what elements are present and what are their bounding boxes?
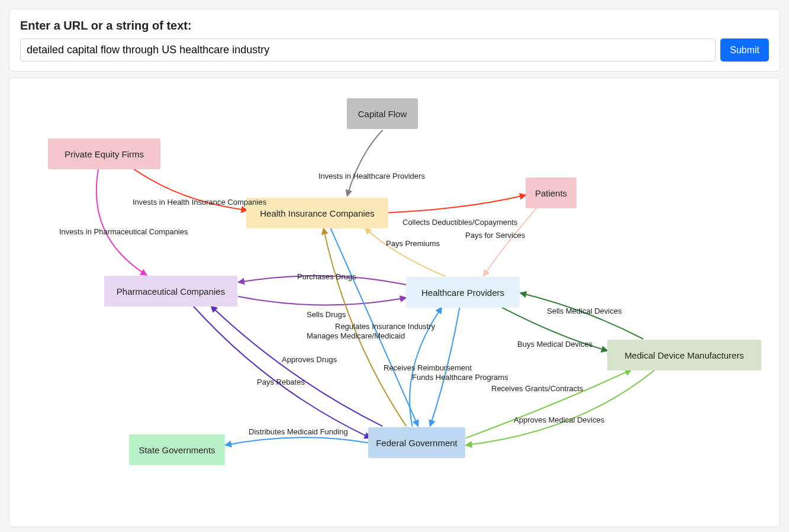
edge-label-approves: Approves Drugs	[282, 355, 337, 364]
node-state-gov[interactable]: State Governments	[129, 434, 225, 465]
edge-label-buys_dev: Buys Medical Devices	[517, 340, 592, 349]
edge-label-sells_drugs: Sells Drugs	[307, 310, 346, 319]
node-health-insurance[interactable]: Health Insurance Companies	[246, 198, 388, 228]
edge-pays_services	[484, 208, 537, 276]
input-card: Enter a URL or a string of text: Submit	[9, 9, 780, 72]
submit-button[interactable]: Submit	[720, 38, 769, 62]
edge-label-rebates: Pays Rebates	[257, 378, 305, 386]
edge-label-funds_hp: Funds Healthcare Programs	[412, 373, 508, 382]
edge-label-pays_services: Pays for Services	[465, 231, 525, 240]
edge-label-medicaid_mg: Manages Medicare/Medicaid	[307, 331, 405, 340]
edge-premiums	[365, 228, 445, 276]
edge-reimburse	[410, 307, 442, 426]
edge-grants	[466, 370, 632, 439]
prompt-label: Enter a URL or a string of text:	[20, 19, 769, 33]
edge-label-reimburse: Receives Reimbursement	[384, 363, 472, 372]
node-medical-device[interactable]: Medical Device Manufacturers	[607, 340, 761, 370]
input-row: Submit	[20, 38, 769, 62]
edge-label-premiums: Pays Premiums	[386, 239, 440, 248]
text-input[interactable]	[20, 38, 716, 62]
edge-label-grants: Receives Grants/Contracts	[491, 384, 583, 393]
diagram-canvas: Capital FlowPrivate Equity FirmsPatients…	[15, 84, 774, 521]
edge-purchases	[238, 276, 406, 285]
edge-funds_hp	[430, 307, 460, 426]
node-private-equity[interactable]: Private Equity Firms	[48, 138, 160, 169]
node-healthcare-providers[interactable]: Healthcare Providers	[406, 277, 520, 308]
node-federal-gov[interactable]: Federal Government	[368, 427, 465, 458]
node-patients[interactable]: Patients	[526, 178, 577, 208]
edge-inv_hic	[134, 169, 247, 211]
edge-approves	[211, 306, 382, 426]
node-pharma[interactable]: Pharmaceutical Companies	[104, 276, 237, 307]
edge-inv_hp	[347, 130, 382, 196]
edge-buys_dev	[501, 307, 608, 351]
edge-dist_medic	[225, 437, 368, 445]
diagram-card: Capital FlowPrivate Equity FirmsPatients…	[9, 78, 780, 527]
edge-label-purchases: Purchases Drugs	[297, 272, 356, 281]
edge-label-inv_pharma: Invests in Pharmaceutical Companies	[59, 227, 188, 236]
edge-inv_pharma	[96, 169, 147, 276]
edge-label-reg_ins: Regulates Insurance Industry	[335, 322, 435, 331]
node-capital-flow[interactable]: Capital Flow	[347, 98, 418, 129]
edge-label-approves_dev: Approves Medical Devices	[514, 415, 604, 424]
edge-reg_ins	[323, 228, 406, 426]
edge-hic_to_fed	[330, 228, 418, 426]
edge-label-sells_dev: Sells Medical Devices	[547, 307, 621, 315]
edge-label-dist_medic: Distributes Medicaid Funding	[249, 427, 348, 436]
edge-sells_drugs	[238, 296, 406, 305]
edge-rebates	[193, 306, 371, 438]
edge-label-deductibles: Collects Deductibles/Copayments	[402, 218, 517, 227]
edge-label-inv_hp: Invests in Healthcare Providers	[318, 172, 425, 180]
edge-approves_dev	[466, 370, 655, 446]
edge-deductibles	[388, 195, 526, 212]
edge-sells_dev	[520, 293, 643, 339]
